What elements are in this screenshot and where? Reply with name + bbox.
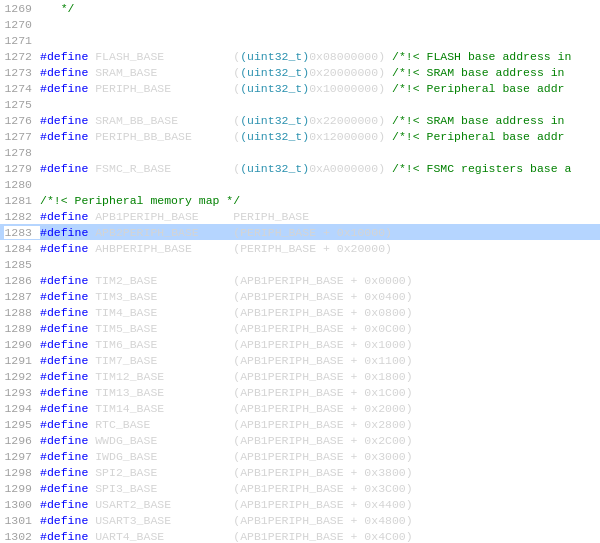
line-number: 1288 (4, 306, 40, 319)
line-number: 1300 (4, 498, 40, 511)
code-line: 1298#define SPI2_BASE (APB1PERIPH_BASE +… (0, 464, 600, 480)
code-line: 1297#define IWDG_BASE (APB1PERIPH_BASE +… (0, 448, 600, 464)
code-line: 1272#define FLASH_BASE ((uint32_t)0x0800… (0, 48, 600, 64)
code-line: 1289#define TIM5_BASE (APB1PERIPH_BASE +… (0, 320, 600, 336)
code-line: 1275 (0, 96, 600, 112)
line-content (40, 258, 47, 271)
code-line: 1283#define APB2PERIPH_BASE (PERIPH_BASE… (0, 224, 600, 240)
line-content: #define USART2_BASE (APB1PERIPH_BASE + 0… (40, 498, 413, 511)
code-line: 1281/*!< Peripheral memory map */ (0, 192, 600, 208)
code-line: 1291#define TIM7_BASE (APB1PERIPH_BASE +… (0, 352, 600, 368)
line-content: #define TIM2_BASE (APB1PERIPH_BASE + 0x0… (40, 274, 413, 287)
line-content: /*!< Peripheral memory map */ (40, 194, 240, 207)
line-number: 1282 (4, 210, 40, 223)
code-line: 1287#define TIM3_BASE (APB1PERIPH_BASE +… (0, 288, 600, 304)
code-line: 1278 (0, 144, 600, 160)
line-number: 1290 (4, 338, 40, 351)
line-number: 1278 (4, 146, 40, 159)
line-number: 1289 (4, 322, 40, 335)
code-line: 1276#define SRAM_BB_BASE ((uint32_t)0x22… (0, 112, 600, 128)
line-content: #define TIM13_BASE (APB1PERIPH_BASE + 0x… (40, 386, 413, 399)
line-content: */ (40, 2, 75, 15)
line-content (40, 34, 47, 47)
code-line: 1294#define TIM14_BASE (APB1PERIPH_BASE … (0, 400, 600, 416)
code-line: 1292#define TIM12_BASE (APB1PERIPH_BASE … (0, 368, 600, 384)
line-number: 1297 (4, 450, 40, 463)
line-number: 1292 (4, 370, 40, 383)
line-number: 1286 (4, 274, 40, 287)
code-line: 1273#define SRAM_BASE ((uint32_t)0x20000… (0, 64, 600, 80)
code-line: 1270 (0, 16, 600, 32)
code-line: 1274#define PERIPH_BASE ((uint32_t)0x100… (0, 80, 600, 96)
line-content: #define IWDG_BASE (APB1PERIPH_BASE + 0x3… (40, 450, 413, 463)
line-content: #define AHBPERIPH_BASE (PERIPH_BASE + 0x… (40, 242, 392, 255)
line-number: 1291 (4, 354, 40, 367)
line-number: 1281 (4, 194, 40, 207)
line-content: #define FSMC_R_BASE ((uint32_t)0xA000000… (40, 162, 571, 175)
line-content: #define APB1PERIPH_BASE PERIPH_BASE (40, 210, 309, 223)
line-content: #define TIM12_BASE (APB1PERIPH_BASE + 0x… (40, 370, 413, 383)
line-number: 1280 (4, 178, 40, 191)
line-number: 1277 (4, 130, 40, 143)
code-line: 1279#define FSMC_R_BASE ((uint32_t)0xA00… (0, 160, 600, 176)
code-line: 1284#define AHBPERIPH_BASE (PERIPH_BASE … (0, 240, 600, 256)
code-line: 1277#define PERIPH_BB_BASE ((uint32_t)0x… (0, 128, 600, 144)
line-content: #define SPI3_BASE (APB1PERIPH_BASE + 0x3… (40, 482, 413, 495)
code-line: 1280 (0, 176, 600, 192)
line-content: #define TIM5_BASE (APB1PERIPH_BASE + 0x0… (40, 322, 413, 335)
line-content: #define SRAM_BB_BASE ((uint32_t)0x220000… (40, 114, 565, 127)
line-number: 1276 (4, 114, 40, 127)
code-line: 1271 (0, 32, 600, 48)
line-number: 1283 (4, 226, 40, 239)
line-content: #define FLASH_BASE ((uint32_t)0x08000000… (40, 50, 571, 63)
line-content: #define PERIPH_BASE ((uint32_t)0x1000000… (40, 82, 565, 95)
line-content: #define PERIPH_BB_BASE ((uint32_t)0x1200… (40, 130, 565, 143)
line-number: 1293 (4, 386, 40, 399)
line-number: 1271 (4, 34, 40, 47)
line-content: #define TIM7_BASE (APB1PERIPH_BASE + 0x1… (40, 354, 413, 367)
line-number: 1272 (4, 50, 40, 63)
line-number: 1302 (4, 530, 40, 543)
line-content: #define TIM6_BASE (APB1PERIPH_BASE + 0x1… (40, 338, 413, 351)
line-number: 1285 (4, 258, 40, 271)
code-line: 1290#define TIM6_BASE (APB1PERIPH_BASE +… (0, 336, 600, 352)
line-number: 1270 (4, 18, 40, 31)
code-line: 1285 (0, 256, 600, 272)
line-content: #define TIM3_BASE (APB1PERIPH_BASE + 0x0… (40, 290, 413, 303)
code-line: 1295#define RTC_BASE (APB1PERIPH_BASE + … (0, 416, 600, 432)
line-number: 1274 (4, 82, 40, 95)
line-number: 1296 (4, 434, 40, 447)
line-number: 1269 (4, 2, 40, 15)
line-number: 1295 (4, 418, 40, 431)
line-number: 1294 (4, 402, 40, 415)
code-line: 1296#define WWDG_BASE (APB1PERIPH_BASE +… (0, 432, 600, 448)
line-number: 1287 (4, 290, 40, 303)
line-number: 1284 (4, 242, 40, 255)
line-content (40, 98, 47, 111)
line-content: #define APB2PERIPH_BASE (PERIPH_BASE + 0… (40, 226, 392, 239)
line-number: 1279 (4, 162, 40, 175)
code-line: 1288#define TIM4_BASE (APB1PERIPH_BASE +… (0, 304, 600, 320)
line-content (40, 18, 47, 31)
line-number: 1299 (4, 482, 40, 495)
line-content: #define USART3_BASE (APB1PERIPH_BASE + 0… (40, 514, 413, 527)
code-line: 1282#define APB1PERIPH_BASE PERIPH_BASE (0, 208, 600, 224)
line-content: #define SPI2_BASE (APB1PERIPH_BASE + 0x3… (40, 466, 413, 479)
code-line: 1299#define SPI3_BASE (APB1PERIPH_BASE +… (0, 480, 600, 496)
code-line: 1301#define USART3_BASE (APB1PERIPH_BASE… (0, 512, 600, 528)
line-content: #define RTC_BASE (APB1PERIPH_BASE + 0x28… (40, 418, 413, 431)
line-content: #define WWDG_BASE (APB1PERIPH_BASE + 0x2… (40, 434, 413, 447)
line-number: 1275 (4, 98, 40, 111)
line-number: 1301 (4, 514, 40, 527)
line-number: 1273 (4, 66, 40, 79)
code-line: 1302#define UART4_BASE (APB1PERIPH_BASE … (0, 528, 600, 543)
line-content: #define TIM4_BASE (APB1PERIPH_BASE + 0x0… (40, 306, 413, 319)
line-content: #define TIM14_BASE (APB1PERIPH_BASE + 0x… (40, 402, 413, 415)
line-content: #define UART4_BASE (APB1PERIPH_BASE + 0x… (40, 530, 413, 543)
code-line: 1300#define USART2_BASE (APB1PERIPH_BASE… (0, 496, 600, 512)
line-content (40, 146, 47, 159)
code-line: 1269 */ (0, 0, 600, 16)
code-line: 1293#define TIM13_BASE (APB1PERIPH_BASE … (0, 384, 600, 400)
code-line: 1286#define TIM2_BASE (APB1PERIPH_BASE +… (0, 272, 600, 288)
line-content: #define SRAM_BASE ((uint32_t)0x20000000)… (40, 66, 565, 79)
